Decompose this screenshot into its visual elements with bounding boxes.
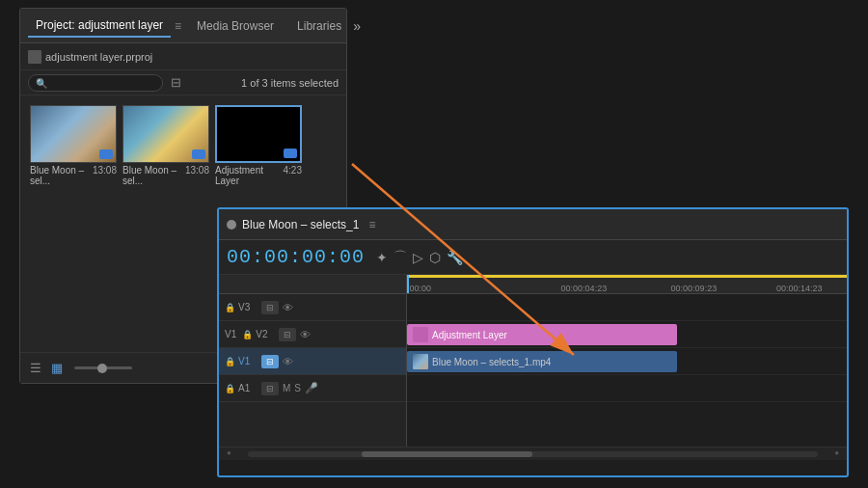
ruler-tick-2: 00:00:09:23 bbox=[671, 284, 718, 293]
lock-icon-v1[interactable]: 🔒 bbox=[225, 357, 234, 366]
track-sync-a1[interactable]: ⊟ bbox=[261, 382, 279, 395]
track-row-v2: Adjustment Layer bbox=[407, 321, 847, 348]
track-sync-v3[interactable]: ⊟ bbox=[261, 301, 279, 314]
timeline-menu-icon[interactable]: ≡ bbox=[368, 218, 375, 231]
track-labels: 🔒 V3 ⊟ 👁 V1 🔒 V2 ⊟ 👁 🔒 V1 ⊟ 👁 bbox=[219, 275, 407, 447]
tab-project[interactable]: Project: adjustment layer bbox=[28, 14, 171, 38]
timeline-tracks: Adjustment Layer Blue Moon – selects_1.m… bbox=[407, 294, 847, 447]
ruler-label-area bbox=[219, 275, 406, 294]
timeline-scrollbar: ● ● bbox=[219, 447, 847, 460]
track-row-v3 bbox=[407, 294, 847, 321]
clip-thumb-adj bbox=[413, 327, 428, 342]
search-bar: 🔍 ⊟ 1 of 3 items selected bbox=[20, 70, 346, 95]
lock-icon-a1[interactable]: 🔒 bbox=[225, 384, 234, 393]
play-button[interactable]: ▷ bbox=[413, 250, 423, 265]
timeline-ruler: :00:00 00:00:04:23 00:00:09:23 00:00:14:… bbox=[407, 275, 847, 294]
timeline-header: Blue Moon – selects_1 ≡ bbox=[219, 209, 847, 240]
thumb-label-1: Blue Moon – sel... 13:08 bbox=[30, 165, 117, 186]
clip-adjustment-layer[interactable]: Adjustment Layer bbox=[407, 324, 677, 345]
timecode-display: 00:00:00:00 bbox=[227, 246, 365, 268]
track-name-v1: V1 bbox=[238, 356, 258, 366]
filter-icon[interactable]: ⊟ bbox=[171, 75, 181, 90]
search-input[interactable] bbox=[28, 74, 163, 92]
project-filename: adjustment layer.prproj bbox=[45, 51, 152, 63]
thumb-item-1[interactable]: Blue Moon – sel... 13:08 bbox=[30, 105, 117, 186]
v1-label: V1 bbox=[225, 329, 236, 339]
thumb-label-3: Adjustment Layer 4:23 bbox=[215, 165, 302, 186]
track-label-a1: 🔒 A1 ⊟ M S 🎤 bbox=[219, 375, 406, 402]
more-panels-button[interactable]: » bbox=[353, 18, 361, 34]
eye-icon-v3[interactable]: 👁 bbox=[283, 302, 293, 313]
project-toolbar: adjustment layer.prproj bbox=[20, 43, 346, 70]
thumb-badge-1 bbox=[99, 149, 113, 159]
thumb-label-2: Blue Moon – sel... 13:08 bbox=[122, 165, 209, 186]
thumb-item-2[interactable]: Blue Moon – sel... 13:08 bbox=[122, 105, 209, 186]
list-view-button[interactable]: ☰ bbox=[28, 359, 43, 377]
tab-media-browser[interactable]: Media Browser bbox=[189, 15, 282, 37]
slip-button[interactable]: ⬡ bbox=[429, 250, 441, 265]
ruler-tick-3: 00:00:14:23 bbox=[776, 284, 823, 293]
wrench-button[interactable]: 🔧 bbox=[447, 250, 463, 265]
scroll-right-circle[interactable]: ● bbox=[834, 448, 839, 457]
thumb-duration-3: 4:23 bbox=[284, 165, 302, 186]
ruler-tick-0: :00:00 bbox=[407, 284, 431, 293]
track-sync-v1[interactable]: ⊟ bbox=[261, 355, 279, 368]
track-label-v3: 🔒 V3 ⊟ 👁 bbox=[219, 294, 406, 321]
ruler-tick-1: 00:00:04:23 bbox=[561, 284, 608, 293]
track-row-a1 bbox=[407, 375, 847, 402]
zoom-slider-thumb[interactable] bbox=[97, 364, 107, 373]
rolling-edit-button[interactable]: ⌒ bbox=[393, 249, 407, 266]
tab-libraries[interactable]: Libraries bbox=[289, 15, 349, 37]
eye-icon-v2[interactable]: 👁 bbox=[300, 329, 311, 340]
track-name-v3: V3 bbox=[238, 302, 258, 312]
track-sync-v2[interactable]: ⊟ bbox=[279, 328, 296, 341]
scroll-thumb[interactable] bbox=[362, 451, 532, 457]
thumb-image-3 bbox=[215, 105, 302, 163]
scroll-left-circle[interactable]: ● bbox=[227, 448, 231, 457]
clip-adjustment-label: Adjustment Layer bbox=[432, 330, 507, 340]
playback-controls: ✦ ⌒ ▷ ⬡ 🔧 bbox=[376, 249, 463, 266]
mic-icon-a1[interactable]: 🎤 bbox=[305, 382, 318, 394]
timeline-title: Blue Moon – selects_1 bbox=[242, 218, 359, 231]
tracks-container: 🔒 V3 ⊟ 👁 V1 🔒 V2 ⊟ 👁 🔒 V1 ⊟ 👁 bbox=[219, 275, 847, 447]
panel-menu-icon[interactable]: ≡ bbox=[175, 19, 181, 33]
track-label-v1: 🔒 V1 ⊟ 👁 bbox=[219, 348, 406, 375]
thumb-duration-2: 13:08 bbox=[185, 165, 209, 186]
work-area-bar bbox=[407, 275, 847, 278]
panel-header: Project: adjustment layer ≡ Media Browse… bbox=[20, 9, 346, 43]
playhead[interactable] bbox=[407, 275, 409, 293]
timeline-panel: Blue Moon – selects_1 ≡ 00:00:00:00 ✦ ⌒ … bbox=[217, 207, 849, 477]
thumb-item-3[interactable]: Adjustment Layer 4:23 bbox=[215, 105, 302, 186]
grid-view-button[interactable]: ▦ bbox=[49, 359, 65, 377]
track-row-v1: Blue Moon – selects_1.mp4 bbox=[407, 348, 847, 375]
track-label-v2: V1 🔒 V2 ⊟ 👁 bbox=[219, 321, 406, 348]
eye-icon-v1[interactable]: 👁 bbox=[283, 356, 293, 367]
thumb-image-1 bbox=[30, 105, 117, 163]
timecode-row: 00:00:00:00 ✦ ⌒ ▷ ⬡ 🔧 bbox=[219, 240, 847, 275]
thumb-name-3: Adjustment Layer bbox=[215, 165, 284, 186]
thumb-badge-2 bbox=[192, 149, 205, 159]
project-file-icon bbox=[28, 50, 41, 64]
clip-thumb-video bbox=[413, 354, 428, 369]
search-wrap: 🔍 bbox=[28, 74, 163, 92]
track-name-a1: A1 bbox=[238, 383, 258, 393]
thumb-image-2 bbox=[122, 105, 209, 163]
ripple-button[interactable]: ✦ bbox=[376, 250, 388, 265]
thumb-duration-1: 13:08 bbox=[93, 165, 117, 186]
solo-label-a1[interactable]: S bbox=[294, 383, 301, 393]
track-name-v2: V2 bbox=[256, 329, 275, 339]
scroll-track[interactable] bbox=[248, 451, 818, 457]
thumb-name-1: Blue Moon – sel... bbox=[30, 165, 93, 186]
zoom-slider[interactable] bbox=[74, 366, 132, 369]
clip-video-label: Blue Moon – selects_1.mp4 bbox=[432, 357, 551, 367]
close-button[interactable] bbox=[227, 220, 236, 230]
mute-label-a1[interactable]: M bbox=[283, 383, 290, 393]
lock-icon-v3[interactable]: 🔒 bbox=[225, 303, 234, 312]
lock-icon-v2[interactable]: 🔒 bbox=[242, 330, 252, 339]
selection-info: 1 of 3 items selected bbox=[241, 77, 339, 89]
thumb-name-2: Blue Moon – sel... bbox=[122, 165, 185, 186]
clip-video[interactable]: Blue Moon – selects_1.mp4 bbox=[407, 351, 677, 372]
thumb-badge-3 bbox=[284, 149, 297, 158]
timeline-ruler-area: :00:00 00:00:04:23 00:00:09:23 00:00:14:… bbox=[407, 275, 847, 447]
